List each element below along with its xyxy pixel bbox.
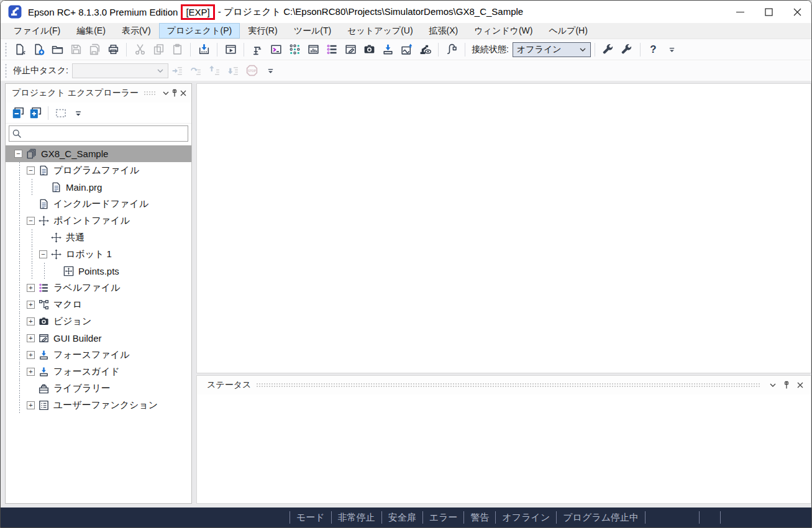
expand-all-button[interactable] <box>27 104 44 122</box>
stop-button[interactable]: STOP <box>243 61 262 80</box>
run-window-button[interactable] <box>221 40 240 59</box>
save-all-button[interactable] <box>85 40 104 59</box>
vision-button[interactable] <box>360 40 378 59</box>
simulator-icon <box>419 43 432 56</box>
menu-item-3[interactable]: プロジェクト(P) <box>159 23 240 39</box>
menu-item-8[interactable]: ウィンドウ(W) <box>466 23 541 39</box>
help-button[interactable]: ? <box>644 40 663 59</box>
collapse-expander[interactable]: − <box>27 217 35 225</box>
expand-expander[interactable]: + <box>27 368 35 376</box>
tree-item[interactable]: −ロボット 1 <box>6 246 191 263</box>
collapse-expander[interactable]: − <box>39 250 47 258</box>
collapse-expander[interactable]: − <box>14 150 22 158</box>
open-folder-button[interactable] <box>48 40 66 59</box>
overflow-button[interactable] <box>70 104 87 122</box>
tree-item[interactable]: ライブラリー <box>6 380 191 397</box>
drag-grip[interactable] <box>144 91 157 96</box>
menu-item-2[interactable]: 表示(V) <box>114 23 159 39</box>
menu-item-6[interactable]: セットアップ(U) <box>339 23 421 39</box>
step-over-button[interactable] <box>187 61 206 80</box>
program-file-icon <box>50 181 62 193</box>
expand-expander[interactable]: + <box>27 284 35 292</box>
expand-expander[interactable]: + <box>27 351 35 359</box>
drag-grip[interactable] <box>256 383 761 388</box>
panel-close-button[interactable] <box>179 86 188 100</box>
search-input[interactable] <box>25 129 185 139</box>
menu-item-9[interactable]: ヘルプ(H) <box>541 23 595 39</box>
panel-pin-button[interactable] <box>780 378 793 392</box>
gui-builder-button[interactable] <box>341 40 360 59</box>
tree-item[interactable]: インクルードファイル <box>6 196 191 212</box>
panel-menu-button[interactable] <box>162 86 170 100</box>
panel-close-button[interactable] <box>793 378 807 392</box>
menu-item-5[interactable]: ツール(T) <box>286 23 340 39</box>
maximize-button[interactable] <box>754 1 783 23</box>
tree-item[interactable]: Points.pts <box>6 263 191 280</box>
menu-item-7[interactable]: 拡張(X) <box>421 23 467 39</box>
tree-item[interactable]: +ビジョン <box>6 313 191 330</box>
wrench-button[interactable] <box>618 40 636 59</box>
wrench-button[interactable] <box>599 40 618 59</box>
project-icon <box>25 148 37 160</box>
tree-item[interactable]: +マクロ <box>6 296 191 313</box>
close-button[interactable] <box>783 1 811 23</box>
force-guide-button[interactable] <box>397 40 416 59</box>
chevron-down-icon <box>579 46 586 53</box>
step-in-button[interactable] <box>168 61 187 80</box>
new-file-button[interactable] <box>29 40 48 59</box>
menu-item-1[interactable]: 編集(E) <box>68 23 114 39</box>
tree-guide <box>14 179 27 196</box>
tree-item[interactable]: +フォースガイド <box>6 363 191 380</box>
new-project-button[interactable] <box>11 40 29 59</box>
copy-button[interactable] <box>149 40 168 59</box>
tree-item[interactable]: Main.prg <box>6 179 191 196</box>
overflow-button[interactable] <box>262 61 280 80</box>
step-out-button[interactable] <box>206 61 224 80</box>
robot-manager-button[interactable] <box>248 40 267 59</box>
save-button[interactable] <box>66 40 85 59</box>
tree-item[interactable]: −ポイントファイル <box>6 212 191 229</box>
import-button[interactable] <box>194 40 213 59</box>
overflow-button[interactable] <box>663 40 682 59</box>
select-box-button[interactable] <box>52 104 70 122</box>
connection-select[interactable]: オフライン <box>513 42 591 57</box>
force-monitor-button[interactable] <box>378 40 397 59</box>
simulator-button[interactable] <box>416 40 434 59</box>
run-to-cursor-button[interactable] <box>224 61 243 80</box>
library-icon <box>38 383 50 394</box>
tree-item[interactable]: −プログラムファイル <box>6 162 191 179</box>
expand-expander[interactable]: + <box>27 301 35 309</box>
tree-item[interactable]: +GUI Builder <box>6 330 191 347</box>
task-manager-button[interactable] <box>304 40 322 59</box>
expand-expander[interactable]: + <box>27 334 35 342</box>
io-monitor-button[interactable] <box>285 40 304 59</box>
copy-icon <box>152 43 165 56</box>
tree-item[interactable]: +フォースファイル <box>6 347 191 363</box>
collapse-all-button[interactable] <box>9 104 27 122</box>
tree-item[interactable]: −GX8_C_Sample <box>6 145 191 162</box>
command-window-button[interactable] <box>267 40 285 59</box>
panel-menu-button[interactable] <box>766 378 780 392</box>
io-label-editor-button[interactable] <box>322 40 341 59</box>
vertical-splitter[interactable] <box>192 83 196 504</box>
points-icon <box>38 215 50 227</box>
tree-item[interactable]: 共通 <box>6 229 191 246</box>
toolbar-grip[interactable] <box>4 64 7 78</box>
tree-item[interactable]: +ユーザーファンクション <box>6 397 191 414</box>
toolbar-grip[interactable] <box>4 43 7 57</box>
halted-task-select[interactable] <box>72 63 168 78</box>
menu-item-0[interactable]: ファイル(F) <box>6 23 68 39</box>
print-button[interactable] <box>104 40 122 59</box>
panel-pin-button[interactable] <box>170 86 179 100</box>
expand-expander[interactable]: + <box>27 401 35 409</box>
expand-expander[interactable]: + <box>27 317 35 325</box>
points-icon <box>50 232 62 244</box>
menu-item-4[interactable]: 実行(R) <box>240 23 285 39</box>
minimize-button[interactable] <box>726 1 754 23</box>
tree-item[interactable]: +ラベルファイル <box>6 280 191 296</box>
connection-button[interactable] <box>442 40 461 59</box>
collapse-expander[interactable]: − <box>27 166 35 175</box>
paste-button[interactable] <box>168 40 186 59</box>
search-area <box>6 124 191 144</box>
cut-button[interactable] <box>130 40 149 59</box>
